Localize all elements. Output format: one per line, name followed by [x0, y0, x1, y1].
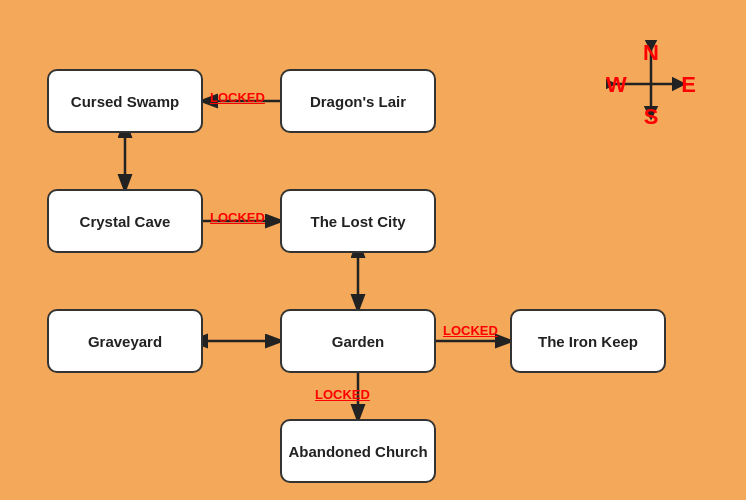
node-dragons-lair-label: Dragon's Lair — [310, 93, 406, 110]
compass-south: S — [644, 104, 659, 130]
node-crystal-cave-label: Crystal Cave — [80, 213, 171, 230]
node-lost-city[interactable]: The Lost City — [280, 189, 436, 253]
node-iron-keep-label: The Iron Keep — [538, 333, 638, 350]
compass-west: W — [606, 72, 627, 98]
node-graveyard-label: Graveyard — [88, 333, 162, 350]
locked-label-3: LOCKED — [443, 323, 498, 338]
node-lost-city-label: The Lost City — [310, 213, 405, 230]
node-crystal-cave[interactable]: Crystal Cave — [47, 189, 203, 253]
node-graveyard[interactable]: Graveyard — [47, 309, 203, 373]
node-garden-label: Garden — [332, 333, 385, 350]
locked-label-1: LOCKED — [210, 90, 265, 105]
node-abandoned-church[interactable]: Abandoned Church — [280, 419, 436, 483]
node-cursed-swamp[interactable]: Cursed Swamp — [47, 69, 203, 133]
node-dragons-lair[interactable]: Dragon's Lair — [280, 69, 436, 133]
compass-east: E — [681, 72, 696, 98]
compass: N S W E — [606, 40, 696, 130]
node-cursed-swamp-label: Cursed Swamp — [71, 93, 179, 110]
locked-label-4: LOCKED — [315, 387, 370, 402]
compass-north: N — [643, 40, 659, 66]
locked-label-2: LOCKED — [210, 210, 265, 225]
node-abandoned-church-label: Abandoned Church — [288, 443, 427, 460]
node-garden[interactable]: Garden — [280, 309, 436, 373]
node-iron-keep[interactable]: The Iron Keep — [510, 309, 666, 373]
